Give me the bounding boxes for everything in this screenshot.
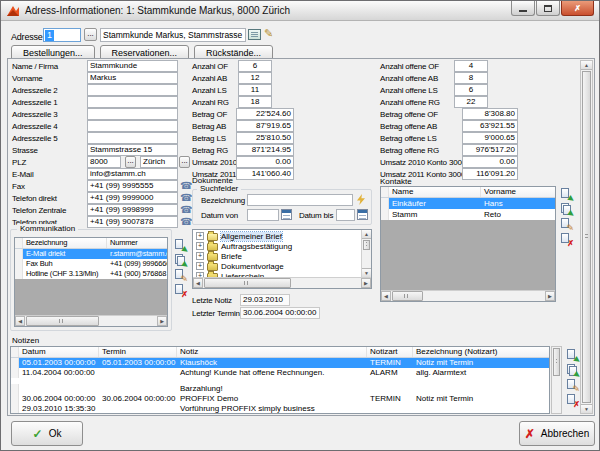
expand-icon[interactable]: + xyxy=(196,232,204,240)
minimize-button[interactable] xyxy=(511,1,535,16)
adresse-number-input[interactable]: 1 xyxy=(43,28,81,42)
tree-item-auftragsbestaetigung[interactable]: + Auftragsbestätigung xyxy=(196,241,361,251)
calendar-icon[interactable] xyxy=(357,209,368,220)
column-header-nummer[interactable]: Nummer xyxy=(107,238,167,248)
notizen-row[interactable]: 30.06.2004 00:00:00 30.06.2004 00:00:00 … xyxy=(11,394,549,404)
copy-record-icon[interactable]: ▶ xyxy=(174,254,187,266)
kommunikation-row[interactable]: Hotline (CHF 3.13/Min) +41 (900) 576868 xyxy=(15,269,167,279)
name-firma-input[interactable]: Stammkunde xyxy=(87,60,178,72)
scroll-down-icon[interactable]: ▼ xyxy=(362,268,371,277)
calendar-icon[interactable] xyxy=(281,209,292,220)
main-vertical-scrollbar[interactable]: ▲ ▼ xyxy=(580,60,593,414)
edit-record-icon[interactable]: ✎ xyxy=(174,269,187,281)
abbrechen-button[interactable]: ✗ Abbrechen xyxy=(519,421,595,446)
scroll-left-icon[interactable]: ◀ xyxy=(381,291,391,301)
fax-input[interactable]: +41 (99) 9995555 xyxy=(87,180,178,192)
expand-icon[interactable]: + xyxy=(196,252,204,260)
column-header-notiz[interactable]: Notiz xyxy=(177,347,367,357)
horizontal-scrollbar[interactable]: ◀ ▶ xyxy=(381,290,555,301)
anzahl-of-value: 6 xyxy=(238,60,272,72)
column-header-datum[interactable]: Datum xyxy=(19,347,99,357)
column-header-termin[interactable]: Termin xyxy=(99,347,177,357)
delete-record-icon[interactable]: ✗ xyxy=(560,233,573,245)
scroll-left-icon[interactable]: ◀ xyxy=(193,278,203,288)
such-bezeichnung-input[interactable] xyxy=(247,194,353,206)
expand-icon[interactable]: + xyxy=(196,262,204,270)
add-record-icon[interactable]: ▶ xyxy=(566,349,579,361)
copy-record-icon[interactable]: ▶ xyxy=(560,203,573,215)
tree-item-dokumentvorlage[interactable]: + Dokumentvorlage xyxy=(196,261,361,271)
close-button[interactable]: ✗ xyxy=(561,1,594,16)
notizen-row[interactable]: Barzahlung! xyxy=(11,384,549,394)
plz-browse-button[interactable]: ... xyxy=(125,156,136,168)
tree-horizontal-scrollbar[interactable]: ◀ ▶ xyxy=(193,277,371,288)
adresszeile5-input[interactable] xyxy=(87,132,178,144)
maximize-button[interactable] xyxy=(536,1,560,16)
email-input[interactable]: info@stamm.ch xyxy=(87,168,178,180)
scrollbar-thumb[interactable] xyxy=(26,316,99,326)
add-record-icon[interactable]: ▶ xyxy=(560,188,573,200)
scrollbar-thumb[interactable] xyxy=(363,240,370,250)
adresszeile4-input[interactable] xyxy=(87,120,178,132)
scroll-left-icon[interactable]: ◀ xyxy=(15,316,25,326)
tree-item-briefe[interactable]: + Briefe xyxy=(196,251,361,261)
lightning-search-icon[interactable] xyxy=(357,194,365,205)
telefon-direkt-input[interactable]: +41 (99) 9999000 xyxy=(87,192,178,204)
add-record-icon[interactable]: ▶ xyxy=(174,239,187,251)
column-header-bezeichnung-notizart[interactable]: Bezeichnung (Notizart) xyxy=(413,347,549,357)
column-header-name[interactable]: Name xyxy=(389,187,481,197)
scroll-down-icon[interactable]: ▼ xyxy=(581,404,592,413)
titlebar[interactable]: Adress-Informationen: 1: Stammkunde Mark… xyxy=(1,1,599,21)
adresszeile1-label: Adresszeile 1 xyxy=(12,98,57,107)
notizen-row[interactable]: 29.03.2010 15:35:30 Vorführung PROFFIX s… xyxy=(11,404,549,414)
scrollbar-thumb[interactable] xyxy=(392,291,423,301)
notizen-row[interactable]: 11.04.2004 00:00:00 Achtung! Kunde hat o… xyxy=(11,368,549,378)
column-header-notizart[interactable]: Notizart xyxy=(367,347,413,357)
notizen-row[interactable]: 05.01.2003 00:00:00 05.01.2003 00:00:00 … xyxy=(11,358,549,368)
kommunikation-row[interactable]: E-Mail driekt r.stamm@stamm.ch xyxy=(15,249,167,259)
phone-dial-icon[interactable]: ☎ xyxy=(180,205,192,215)
plz-code-input[interactable]: 8000 xyxy=(87,156,121,168)
copy-record-icon[interactable]: ▶ xyxy=(566,364,579,376)
adresszeile1-input[interactable] xyxy=(87,96,178,108)
kommunikation-row[interactable]: Fax Buh +41 (099) 9996666 xyxy=(15,259,167,269)
ort-input[interactable]: Zürich xyxy=(140,156,178,168)
scroll-up-icon[interactable]: ▲ xyxy=(362,230,371,239)
adresse-browse-button[interactable]: ... xyxy=(84,28,97,41)
phone-dial-icon[interactable]: ☎ xyxy=(180,181,192,191)
tree-vertical-scrollbar[interactable]: ▲ ▼ xyxy=(361,230,371,277)
edit-record-icon[interactable]: ✎ xyxy=(560,218,573,230)
column-header-bezeichnung[interactable]: Bezeichnung xyxy=(23,238,107,248)
telefon-zentrale-input[interactable]: +41 (99) 9998999 xyxy=(87,204,178,216)
scroll-right-icon[interactable]: ▶ xyxy=(157,316,167,326)
kontakte-row[interactable]: Einkäufer Hans xyxy=(381,198,555,209)
scrollbar-thumb[interactable] xyxy=(553,348,560,376)
strasse-input[interactable]: Stammstrasse 15 xyxy=(87,144,178,156)
tree-item-allgemeiner-brief[interactable]: + Allgemeiner Brief xyxy=(196,231,361,241)
notizen-vertical-scrollbar[interactable] xyxy=(551,346,562,414)
ok-button[interactable]: ✓ Ok xyxy=(11,421,83,446)
expand-icon[interactable]: + xyxy=(196,242,204,250)
column-header-vorname[interactable]: Vorname xyxy=(481,187,555,197)
phone-dial-icon[interactable]: ☎ xyxy=(180,193,192,203)
delete-record-icon[interactable]: ✗ xyxy=(174,284,187,296)
delete-record-icon[interactable]: ✗ xyxy=(566,394,579,406)
adresszeile2-input[interactable] xyxy=(87,84,178,96)
scroll-right-icon[interactable]: ▶ xyxy=(361,278,371,288)
edit-address-icon[interactable]: ✎ xyxy=(264,28,273,39)
vorname-input[interactable]: Markus xyxy=(87,72,178,84)
scroll-up-icon[interactable]: ▲ xyxy=(581,61,592,70)
scrollbar-thumb[interactable] xyxy=(204,278,291,288)
datum-bis-input[interactable] xyxy=(336,209,355,221)
telefon-privat-input[interactable]: +41 (99) 9007878 xyxy=(87,216,178,228)
phone-dial-icon[interactable]: ☎ xyxy=(180,217,192,227)
ort-browse-button[interactable]: ... xyxy=(179,156,190,168)
contact-card-icon[interactable] xyxy=(248,29,261,40)
horizontal-scrollbar[interactable]: ◀ ▶ xyxy=(15,315,167,326)
kontakte-row[interactable]: Stamm Reto xyxy=(381,209,555,220)
datum-von-input[interactable] xyxy=(247,209,279,221)
scrollbar-thumb[interactable] xyxy=(582,71,591,403)
scroll-right-icon[interactable]: ▶ xyxy=(545,291,555,301)
adresszeile3-input[interactable] xyxy=(87,108,178,120)
edit-record-icon[interactable]: ✎ xyxy=(566,379,579,391)
